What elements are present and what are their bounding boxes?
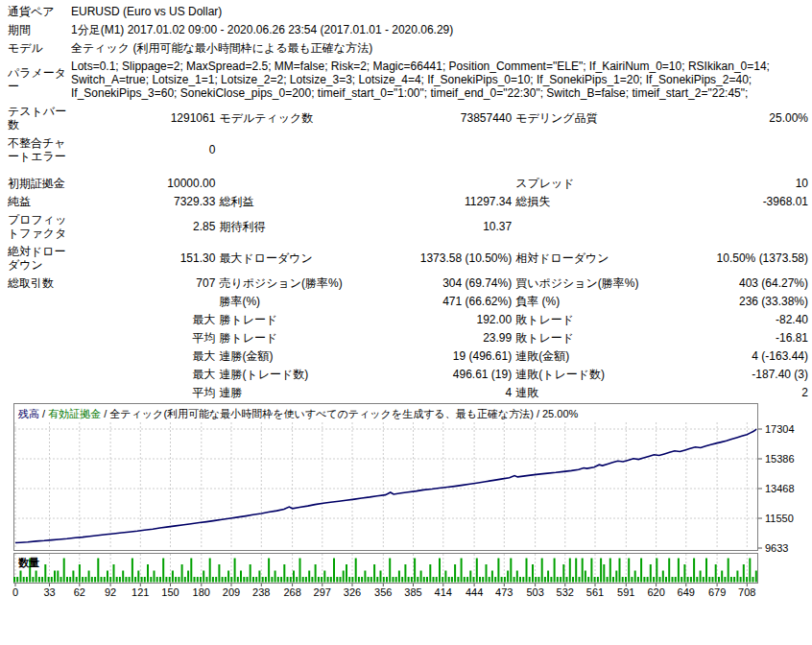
x-axis-tick-label: 561 <box>586 586 604 598</box>
currency-pair-value: EURUSD (Euro vs US Dollar) <box>71 2 812 20</box>
volume-bar <box>507 571 509 583</box>
volume-bar <box>562 564 564 583</box>
x-axis-tick-label: 180 <box>193 586 210 598</box>
volume-bar <box>147 564 149 583</box>
legend-model-text: 全ティック(利用可能な最小時間枠を使いすべてのティックを生成する、最も正確な方法… <box>109 408 533 419</box>
stat-value: -82.40 <box>664 310 812 328</box>
volume-bar <box>125 577 127 583</box>
volume-bar <box>439 559 441 583</box>
volume-bar <box>275 571 276 583</box>
x-axis-tick-label: 649 <box>678 586 695 598</box>
volume-bar <box>60 577 62 583</box>
volume-bar <box>222 577 224 583</box>
stat-value: 10000.00 <box>71 165 219 192</box>
volume-bar <box>537 577 539 583</box>
volume-bar <box>529 577 531 583</box>
stat-value: 403 (64.27%) <box>664 274 812 292</box>
x-axis-tick-label: 356 <box>374 586 392 598</box>
stats-row: 最大 連勝(金額) 19 (496.61) 連敗(金額) 4 (-163.44) <box>8 346 812 365</box>
stat-value: 4 <box>368 383 515 401</box>
volume-bar <box>497 559 499 583</box>
volume-bar <box>634 571 636 583</box>
volume-bar <box>662 571 664 583</box>
volume-bar <box>247 577 249 583</box>
x-axis-tick-label: 92 <box>105 586 116 598</box>
stat-value: 最大 <box>71 310 219 328</box>
volume-bar <box>104 577 106 583</box>
period-value: 1分足(M1) 2017.01.02 09:00 - 2020.06.26 23… <box>71 20 812 38</box>
volume-bar <box>305 577 307 583</box>
volume-bar <box>255 577 257 583</box>
stats-row: 平均 勝トレード 23.99 敗トレード -16.81 <box>8 328 812 346</box>
volume-bar <box>504 577 506 583</box>
stats-row: 平均 連勝 4 連敗 2 <box>8 383 812 401</box>
volume-bar <box>94 577 96 583</box>
volume-bar <box>206 577 208 583</box>
parameters-row: パラメーター Lots=0.1; Slippage=2; MaxSpread=2… <box>8 57 812 102</box>
volume-bar <box>373 564 375 583</box>
volume-bar <box>622 577 624 583</box>
volume-bar <box>482 577 484 583</box>
volume-bar <box>612 577 614 583</box>
volume-bar <box>51 577 53 583</box>
volume-bar <box>752 577 754 583</box>
volume-bar <box>212 577 214 583</box>
equity-chart: 0336292121150180209238268297326356385414… <box>0 403 812 603</box>
volume-bar <box>683 564 685 583</box>
stats-row: テストバー数 1291061 モデルティック数 73857440 モデリング品質… <box>8 102 812 133</box>
stat-value: 10.50% (1373.58) <box>664 242 812 274</box>
x-axis-tick-label: 0 <box>12 586 18 598</box>
volume-bar <box>631 577 633 583</box>
stats-row: 最大 連勝(トレード数) 496.61 (19) 連敗(トレード数) -187.… <box>8 365 812 383</box>
stats-row: 不整合チャートエラー 0 <box>8 133 812 165</box>
volume-bar <box>23 577 25 583</box>
x-axis-tick-label: 209 <box>223 586 240 598</box>
stat-value: 11297.34 <box>368 192 515 210</box>
volume-bar <box>491 571 493 583</box>
volume-bar <box>258 571 260 583</box>
volume-bar <box>417 577 418 583</box>
x-axis-tick-label: 473 <box>495 586 513 598</box>
volume-bar <box>609 559 611 583</box>
period-row: 期間 1分足(M1) 2017.01.02 09:00 - 2020.06.26… <box>8 20 812 38</box>
x-axis-tick-label: 33 <box>43 586 55 598</box>
volume-bar <box>72 571 74 583</box>
stat-label: 絶対ドローダウン <box>8 242 71 274</box>
volume-bar <box>675 577 677 583</box>
volume-bar <box>560 577 561 583</box>
volume-bar <box>69 577 71 583</box>
currency-pair-row: 通貨ペア EURUSD (Euro vs US Dollar) <box>8 2 812 20</box>
volume-bar <box>318 577 320 583</box>
volume-bar <box>44 564 46 583</box>
stat-value: 0 <box>71 133 219 165</box>
volume-bar <box>535 577 537 583</box>
volume-bar <box>429 564 431 583</box>
stat-value <box>664 133 812 165</box>
volume-bar <box>302 577 304 583</box>
stats-row: 最大 勝トレード 192.00 敗トレード -82.40 <box>8 310 812 328</box>
stat-value: 最大 <box>71 346 219 365</box>
volume-bar <box>510 559 512 583</box>
volume-bar <box>162 559 164 583</box>
volume-bar <box>700 571 702 583</box>
y-axis-tick-label: 17304 <box>765 423 795 435</box>
balance-line <box>15 429 756 543</box>
volume-bar <box>690 577 692 583</box>
legend-separator: / <box>39 408 48 419</box>
volume-bar <box>730 577 732 583</box>
stat-label: 最大ドローダウン <box>219 242 367 274</box>
stat-label: 負率 (%) <box>515 292 663 310</box>
stat-label <box>219 165 367 192</box>
volume-bar <box>678 559 680 583</box>
volume-bar <box>516 571 518 583</box>
volume-bar <box>721 571 723 583</box>
volume-bar <box>84 577 86 583</box>
volume-bar <box>159 577 161 583</box>
volume-bar <box>343 571 345 583</box>
chart-canvas: 0336292121150180209238268297326356385414… <box>0 403 812 601</box>
volume-bar <box>364 571 366 583</box>
volume-bar <box>327 577 329 583</box>
volume-bar <box>466 577 468 583</box>
volume-bar <box>287 577 289 583</box>
volume-bar <box>97 559 99 583</box>
